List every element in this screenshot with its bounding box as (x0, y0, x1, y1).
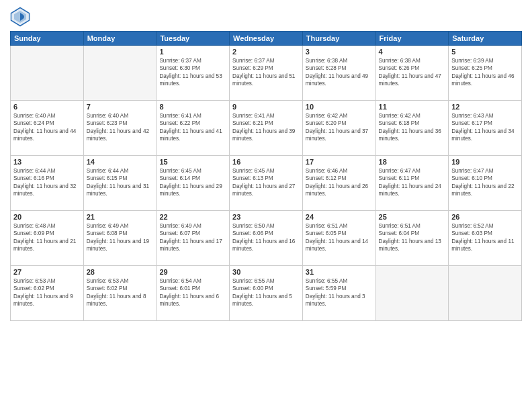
week-row-4: 20Sunrise: 6:48 AMSunset: 6:09 PMDayligh… (11, 211, 522, 266)
day-number: 4 (379, 48, 446, 56)
day-info: Sunrise: 6:47 AMSunset: 6:11 PMDaylight:… (379, 167, 446, 198)
day-info: Sunrise: 6:40 AMSunset: 6:23 PMDaylight:… (87, 112, 154, 143)
day-info: Sunrise: 6:38 AMSunset: 6:26 PMDaylight:… (379, 57, 446, 88)
calendar-cell: 20Sunrise: 6:48 AMSunset: 6:09 PMDayligh… (11, 211, 84, 266)
day-info: Sunrise: 6:41 AMSunset: 6:21 PMDaylight:… (232, 112, 300, 143)
calendar-cell (375, 266, 449, 321)
day-number: 29 (159, 268, 226, 276)
calendar-cell: 4Sunrise: 6:38 AMSunset: 6:26 PMDaylight… (375, 46, 449, 101)
day-info: Sunrise: 6:53 AMSunset: 6:02 PMDaylight:… (87, 277, 154, 308)
day-info: Sunrise: 6:54 AMSunset: 6:01 PMDaylight:… (159, 277, 226, 308)
calendar-cell (83, 46, 157, 101)
weekday-header-sunday: Sunday (11, 32, 84, 46)
day-number: 28 (87, 268, 154, 276)
calendar-cell: 28Sunrise: 6:53 AMSunset: 6:02 PMDayligh… (83, 266, 157, 321)
day-number: 21 (87, 213, 154, 221)
calendar-cell: 1Sunrise: 6:37 AMSunset: 6:30 PMDaylight… (157, 46, 230, 101)
day-info: Sunrise: 6:42 AMSunset: 6:18 PMDaylight:… (379, 112, 446, 143)
calendar-cell: 22Sunrise: 6:49 AMSunset: 6:07 PMDayligh… (157, 211, 230, 266)
day-number: 26 (451, 213, 519, 221)
calendar-cell: 16Sunrise: 6:45 AMSunset: 6:13 PMDayligh… (230, 156, 303, 211)
day-info: Sunrise: 6:39 AMSunset: 6:25 PMDaylight:… (451, 57, 519, 88)
day-info: Sunrise: 6:49 AMSunset: 6:08 PMDaylight:… (87, 222, 154, 253)
week-row-1: 1Sunrise: 6:37 AMSunset: 6:30 PMDaylight… (11, 46, 522, 101)
day-info: Sunrise: 6:46 AMSunset: 6:12 PMDaylight:… (306, 167, 373, 198)
page: SundayMondayTuesdayWednesdayThursdayFrid… (0, 0, 532, 411)
calendar-table: SundayMondayTuesdayWednesdayThursdayFrid… (10, 31, 522, 321)
day-number: 6 (13, 103, 81, 111)
calendar-cell: 17Sunrise: 6:46 AMSunset: 6:12 PMDayligh… (302, 156, 375, 211)
calendar-cell: 19Sunrise: 6:47 AMSunset: 6:10 PMDayligh… (449, 156, 522, 211)
calendar-cell: 27Sunrise: 6:53 AMSunset: 6:02 PMDayligh… (11, 266, 84, 321)
day-number: 27 (13, 268, 81, 276)
day-info: Sunrise: 6:55 AMSunset: 6:00 PMDaylight:… (232, 277, 300, 308)
calendar-cell: 26Sunrise: 6:52 AMSunset: 6:03 PMDayligh… (449, 211, 522, 266)
logo-icon (10, 7, 30, 27)
day-number: 20 (13, 213, 81, 221)
week-row-5: 27Sunrise: 6:53 AMSunset: 6:02 PMDayligh… (11, 266, 522, 321)
day-number: 23 (232, 213, 300, 221)
day-info: Sunrise: 6:50 AMSunset: 6:06 PMDaylight:… (232, 222, 300, 253)
day-info: Sunrise: 6:44 AMSunset: 6:15 PMDaylight:… (87, 167, 154, 198)
day-info: Sunrise: 6:55 AMSunset: 5:59 PMDaylight:… (306, 277, 373, 308)
day-info: Sunrise: 6:45 AMSunset: 6:13 PMDaylight:… (232, 167, 300, 198)
weekday-header-friday: Friday (375, 32, 449, 46)
day-number: 17 (306, 158, 373, 166)
day-info: Sunrise: 6:38 AMSunset: 6:28 PMDaylight:… (306, 57, 373, 88)
calendar-cell: 2Sunrise: 6:37 AMSunset: 6:29 PMDaylight… (230, 46, 303, 101)
day-number: 2 (232, 48, 300, 56)
day-number: 22 (159, 213, 226, 221)
calendar-cell: 29Sunrise: 6:54 AMSunset: 6:01 PMDayligh… (157, 266, 230, 321)
day-number: 16 (232, 158, 300, 166)
day-number: 31 (306, 268, 373, 276)
day-number: 13 (13, 158, 81, 166)
day-number: 9 (232, 103, 300, 111)
calendar-cell: 18Sunrise: 6:47 AMSunset: 6:11 PMDayligh… (375, 156, 449, 211)
calendar-cell: 7Sunrise: 6:40 AMSunset: 6:23 PMDaylight… (83, 101, 157, 156)
weekday-header-tuesday: Tuesday (157, 32, 230, 46)
day-number: 19 (451, 158, 519, 166)
day-number: 15 (159, 158, 226, 166)
day-number: 24 (306, 213, 373, 221)
day-number: 8 (159, 103, 226, 111)
header (10, 7, 522, 27)
calendar-cell: 5Sunrise: 6:39 AMSunset: 6:25 PMDaylight… (449, 46, 522, 101)
calendar-cell: 13Sunrise: 6:44 AMSunset: 6:16 PMDayligh… (11, 156, 84, 211)
day-number: 3 (306, 48, 373, 56)
calendar-cell: 12Sunrise: 6:43 AMSunset: 6:17 PMDayligh… (449, 101, 522, 156)
calendar-cell: 10Sunrise: 6:42 AMSunset: 6:20 PMDayligh… (302, 101, 375, 156)
day-number: 7 (87, 103, 154, 111)
day-info: Sunrise: 6:44 AMSunset: 6:16 PMDaylight:… (13, 167, 81, 198)
calendar-cell: 3Sunrise: 6:38 AMSunset: 6:28 PMDaylight… (302, 46, 375, 101)
day-info: Sunrise: 6:45 AMSunset: 6:14 PMDaylight:… (159, 167, 226, 198)
calendar-cell: 30Sunrise: 6:55 AMSunset: 6:00 PMDayligh… (230, 266, 303, 321)
calendar-cell: 14Sunrise: 6:44 AMSunset: 6:15 PMDayligh… (83, 156, 157, 211)
day-info: Sunrise: 6:53 AMSunset: 6:02 PMDaylight:… (13, 277, 81, 308)
weekday-header-saturday: Saturday (449, 32, 522, 46)
calendar-cell: 31Sunrise: 6:55 AMSunset: 5:59 PMDayligh… (302, 266, 375, 321)
logo (10, 7, 33, 27)
calendar-cell: 15Sunrise: 6:45 AMSunset: 6:14 PMDayligh… (157, 156, 230, 211)
week-row-2: 6Sunrise: 6:40 AMSunset: 6:24 PMDaylight… (11, 101, 522, 156)
day-info: Sunrise: 6:48 AMSunset: 6:09 PMDaylight:… (13, 222, 81, 253)
calendar-cell: 21Sunrise: 6:49 AMSunset: 6:08 PMDayligh… (83, 211, 157, 266)
calendar-cell: 6Sunrise: 6:40 AMSunset: 6:24 PMDaylight… (11, 101, 84, 156)
day-number: 18 (379, 158, 446, 166)
weekday-header-monday: Monday (83, 32, 157, 46)
day-info: Sunrise: 6:49 AMSunset: 6:07 PMDaylight:… (159, 222, 226, 253)
day-number: 30 (232, 268, 300, 276)
day-number: 1 (159, 48, 226, 56)
day-info: Sunrise: 6:47 AMSunset: 6:10 PMDaylight:… (451, 167, 519, 198)
weekday-header-thursday: Thursday (302, 32, 375, 46)
day-info: Sunrise: 6:51 AMSunset: 6:05 PMDaylight:… (306, 222, 373, 253)
weekday-header-wednesday: Wednesday (230, 32, 303, 46)
day-info: Sunrise: 6:37 AMSunset: 6:29 PMDaylight:… (232, 57, 300, 88)
calendar-cell: 23Sunrise: 6:50 AMSunset: 6:06 PMDayligh… (230, 211, 303, 266)
calendar-cell: 24Sunrise: 6:51 AMSunset: 6:05 PMDayligh… (302, 211, 375, 266)
day-info: Sunrise: 6:37 AMSunset: 6:30 PMDaylight:… (159, 57, 226, 88)
day-info: Sunrise: 6:42 AMSunset: 6:20 PMDaylight:… (306, 112, 373, 143)
week-row-3: 13Sunrise: 6:44 AMSunset: 6:16 PMDayligh… (11, 156, 522, 211)
weekday-header-row: SundayMondayTuesdayWednesdayThursdayFrid… (11, 32, 522, 46)
day-info: Sunrise: 6:43 AMSunset: 6:17 PMDaylight:… (451, 112, 519, 143)
day-info: Sunrise: 6:40 AMSunset: 6:24 PMDaylight:… (13, 112, 81, 143)
